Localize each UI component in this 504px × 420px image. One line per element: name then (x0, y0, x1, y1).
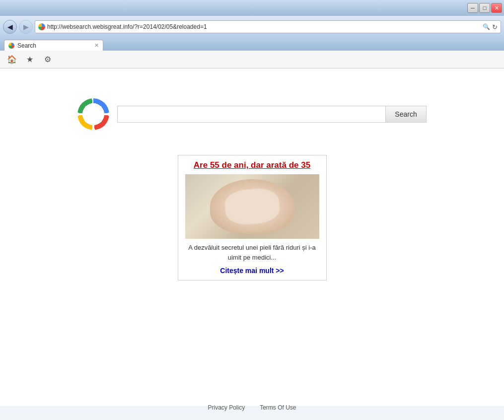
search-button[interactable]: Search (385, 106, 426, 123)
ad-description: A dezvăluit secretul unei pieli fără rid… (183, 243, 321, 262)
ad-title[interactable]: Are 55 de ani, dar arată de 35 (183, 160, 321, 170)
tab-favicon-icon (8, 43, 14, 49)
ad-read-more-link[interactable]: Citește mai mult >> (220, 267, 284, 275)
logo-ring-icon (77, 98, 109, 130)
privacy-policy-link[interactable]: Privacy Policy (208, 404, 245, 411)
tab-bar: Search ✕ (0, 38, 504, 51)
back-button[interactable]: ◀ (3, 20, 17, 34)
ad-image (185, 174, 319, 239)
browser-tab[interactable]: Search ✕ (4, 40, 103, 51)
address-bar[interactable]: http://websearch.webisgreat.info/?r=2014… (35, 20, 501, 33)
advertisement-box: Are 55 de ani, dar arată de 35 A dezvălu… (178, 155, 327, 280)
terms-of-use-link[interactable]: Terms Of Use (260, 404, 296, 411)
forward-button[interactable]: ▶ (19, 20, 33, 34)
search-section: Search (77, 98, 426, 130)
favorites-button[interactable]: ★ (23, 54, 37, 66)
search-input[interactable] (117, 106, 385, 123)
search-form: Search (117, 106, 426, 123)
footer: Privacy Policy Terms Of Use (0, 404, 504, 411)
settings-button[interactable]: ⚙ (41, 54, 55, 66)
maximize-button[interactable]: □ (479, 3, 490, 13)
address-search-icon: 🔍 (483, 23, 490, 30)
browser-toolbar: 🏠 ★ ⚙ (0, 51, 504, 69)
minimize-button[interactable]: ─ (467, 3, 478, 13)
home-button[interactable]: 🏠 (5, 54, 19, 66)
tab-close-button[interactable]: ✕ (94, 42, 99, 49)
site-logo (77, 98, 109, 130)
window-controls: ─ □ ✕ (467, 3, 502, 13)
address-favicon-icon (38, 23, 45, 30)
nav-bar: ◀ ▶ http://websearch.webisgreat.info/?r=… (0, 16, 504, 38)
title-bar: ─ □ ✕ (0, 0, 504, 16)
browser-content: Search Are 55 de ani, dar arată de 35 A … (0, 69, 504, 406)
refresh-button[interactable]: ↻ (492, 23, 498, 31)
close-button[interactable]: ✕ (491, 3, 502, 13)
tab-label: Search (17, 42, 36, 49)
address-url: http://websearch.webisgreat.info/?r=2014… (47, 23, 481, 30)
